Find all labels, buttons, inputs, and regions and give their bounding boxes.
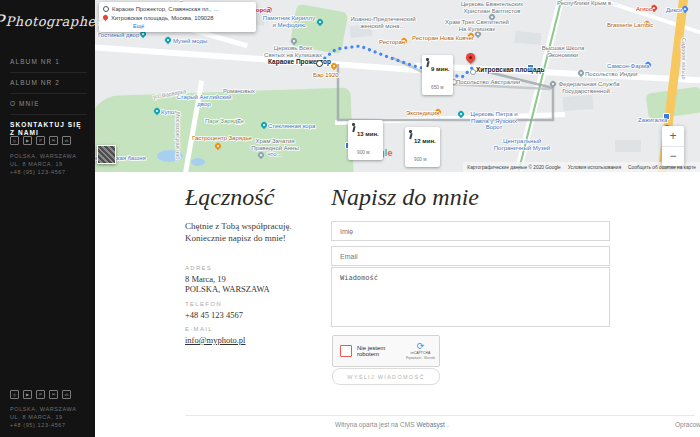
map-destination-label: Хитровская площадь	[476, 67, 545, 74]
route-time: 13 мин.	[357, 131, 379, 137]
instagram-icon[interactable]: ◎	[10, 390, 19, 399]
address-phone: +48 (95) 123-4567	[10, 421, 76, 429]
youtube-icon[interactable]: ▶	[23, 136, 32, 145]
email-icon[interactable]: ✉	[49, 136, 58, 145]
destination-pin-mini-icon	[103, 14, 109, 21]
route-origin-marker	[316, 60, 323, 67]
route-time: 9 мин.	[431, 66, 449, 72]
footer-credit-text: Witryna oparta jest na CMSWebasyst.	[335, 421, 449, 428]
pinterest-icon[interactable]: P	[36, 136, 45, 145]
address-street: UL. 8 MARCA, 19	[10, 160, 76, 168]
map-poi-label: Храм Зачатия Праведной Анны что…	[243, 138, 307, 158]
map-poi-label: Высшая Школа Экономики	[532, 45, 594, 58]
pinterest-icon[interactable]: P	[36, 390, 45, 399]
sidebar: PPhotographer ALBUM NR 1 ALBUM NR 2 O MN…	[0, 0, 95, 437]
map-poi-label: Посольство Индии	[585, 71, 637, 78]
map-poi-label: Центральный Пограничный Музей	[493, 138, 551, 151]
address-line: POLSKA, WARSZAWA	[185, 284, 270, 294]
message-textarea[interactable]	[331, 267, 610, 327]
terms-link[interactable]: Условия использования	[568, 165, 621, 170]
zoom-out-button[interactable]: −	[662, 147, 684, 167]
address-city: POLSKA, WARSZAWA	[10, 405, 76, 413]
recaptcha-brand: reCAPTCHA	[411, 351, 431, 355]
instagram-icon[interactable]: ◎	[10, 136, 19, 145]
email-input[interactable]	[331, 246, 610, 266]
social-links-bottom: ◎ ▶ P ✉ vk	[10, 390, 76, 399]
site-logo[interactable]: PPhotographer	[6, 6, 89, 36]
recaptcha-logo-column: ⟳ reCAPTCHA Prywatność - Warunki	[406, 342, 435, 360]
directions-more-link[interactable]: Ещё	[133, 23, 251, 29]
map-poi-label: Стеклянная кора	[268, 123, 315, 130]
contact-section: Łączność Chętnie z Tobą współpracuję. Ko…	[95, 172, 700, 437]
map-street-label: Москворецкая наб.	[175, 112, 182, 161]
origin-dot-icon	[103, 6, 109, 12]
sidebar-footer: ◎ ▶ P ✉ vk POLSKA, WARSZAWA UL. 8 MARCA,…	[10, 390, 76, 429]
route-time-badge[interactable]: 13 мин. 900 м	[348, 120, 383, 160]
map-poi-label: Гостиный двор	[98, 32, 139, 39]
sidebar-item-o-mnie[interactable]: O MNIE	[10, 93, 87, 114]
map-poi-label: Федеральная Служба Государственной…	[557, 81, 621, 94]
address-value: 8 Marca, 19 POLSKA, WARSZAWA	[185, 274, 270, 294]
address-street: UL. 8 MARCA, 19	[10, 413, 76, 421]
route-time-badge[interactable]: 12 мин. 900 м	[405, 127, 440, 167]
map-poi-label: Brasserie Lambic	[607, 22, 653, 29]
map-poi-label: Старый Английский двор	[175, 94, 233, 107]
zoom-in-button[interactable]: +	[662, 126, 684, 147]
recaptcha-widget: Nie jestem robotem ⟳ reCAPTCHA Prywatnoś…	[332, 335, 440, 367]
developer-credit-link[interactable]: Opracowanie	[675, 421, 700, 428]
map-zoom-control: + −	[662, 126, 684, 166]
google-map[interactable]: Биржевая Гостиный двор Музей моды Китай-…	[95, 0, 700, 172]
logo-initial: P	[0, 11, 5, 31]
map-poi-label: Церковь Петра и Павла у Яузских Ворот	[465, 111, 523, 131]
contact-heading: Łączność	[185, 184, 274, 211]
satellite-thumbnail[interactable]	[97, 145, 116, 164]
directions-origin-text: Караоке Прожектор, Славянская пл., …	[112, 5, 219, 14]
sidebar-item-album-1[interactable]: ALBUM NR 1	[10, 52, 87, 72]
route-time: 12 мин.	[414, 138, 436, 144]
address-city: POLSKA, WARSZAWA	[10, 152, 76, 160]
page: PPhotographer ALBUM NR 1 ALBUM NR 2 O MN…	[0, 0, 700, 437]
youtube-icon[interactable]: ▶	[23, 390, 32, 399]
webasyst-link[interactable]: Webasyst	[416, 421, 444, 428]
sidebar-nav: ALBUM NR 1 ALBUM NR 2 O MNIE SKONTAKTUJ …	[10, 52, 87, 143]
email-link[interactable]: info@myphoto.pl	[185, 335, 245, 345]
route-time-badge[interactable]: 9 мин. 650 м	[422, 55, 453, 95]
sidebar-address: POLSKA, WARSZAWA UL. 8 MARCA, 19 +48 (95…	[10, 152, 76, 176]
send-message-button[interactable]: WYŚLIJ WIADOMOŚĆ	[332, 368, 440, 385]
email-value: info@myphoto.pl	[185, 335, 245, 345]
recaptcha-terms[interactable]: Prywatność - Warunki	[406, 356, 435, 360]
route-distance: 900 м	[357, 150, 370, 155]
map-poi-label: Романовых	[223, 88, 255, 95]
logo-text: Photographer	[6, 14, 103, 29]
map-poi-label: Иоанно-Предтеченский женский мона…	[350, 16, 416, 29]
intro-line: Chętnie z Tobą współpracuję.	[185, 220, 315, 232]
recaptcha-logo-icon: ⟳	[417, 342, 425, 351]
sidebar-item-album-2[interactable]: ALBUM NR 2	[10, 72, 87, 93]
vk-icon[interactable]: vk	[62, 390, 71, 399]
destination-dot	[470, 69, 476, 75]
route-distance: 900 м	[414, 157, 427, 162]
name-input[interactable]	[331, 221, 610, 241]
map-poi-label: Экспедиция	[406, 110, 439, 117]
vk-icon[interactable]: vk	[62, 136, 71, 145]
map-poi-label: Дикси	[666, 7, 682, 14]
directions-destination-text: Хитровская площадь, Москва, 109028	[111, 14, 214, 23]
sidebar-address-bottom: POLSKA, WARSZAWA UL. 8 MARCA, 19 +48 (95…	[10, 405, 76, 429]
recaptcha-label: Nie jestem robotem	[357, 345, 406, 357]
address-phone: +48 (95) 123-4567	[10, 168, 76, 176]
map-poi-label: Церковь Всех Святых на Кулишках	[263, 45, 323, 58]
footer-prefix: Witryna oparta jest na CMS	[335, 421, 414, 428]
map-poi-label: Церковь Евангельских Христиан Баптистов	[455, 1, 529, 14]
map-poi-label: Бар 1920	[313, 72, 339, 79]
directions-destination-row[interactable]: Хитровская площадь, Москва, 109028	[103, 14, 251, 23]
walking-icon	[351, 123, 355, 132]
address-label: ADRES	[185, 265, 212, 271]
map-poi-label: Zажигалка	[638, 117, 667, 124]
email-icon[interactable]: ✉	[49, 390, 58, 399]
directions-origin-row[interactable]: Караоке Прожектор, Славянская пл., …	[103, 5, 251, 14]
contact-intro: Chętnie z Tobą współpracuję. Koniecznie …	[185, 220, 315, 244]
map-poi-label: Памятник Кириллу и Мефодию	[261, 15, 317, 28]
recaptcha-checkbox[interactable]	[340, 345, 352, 357]
footer-suffix: .	[447, 421, 449, 428]
intro-line: Koniecznie napisz do mnie!	[185, 232, 315, 244]
